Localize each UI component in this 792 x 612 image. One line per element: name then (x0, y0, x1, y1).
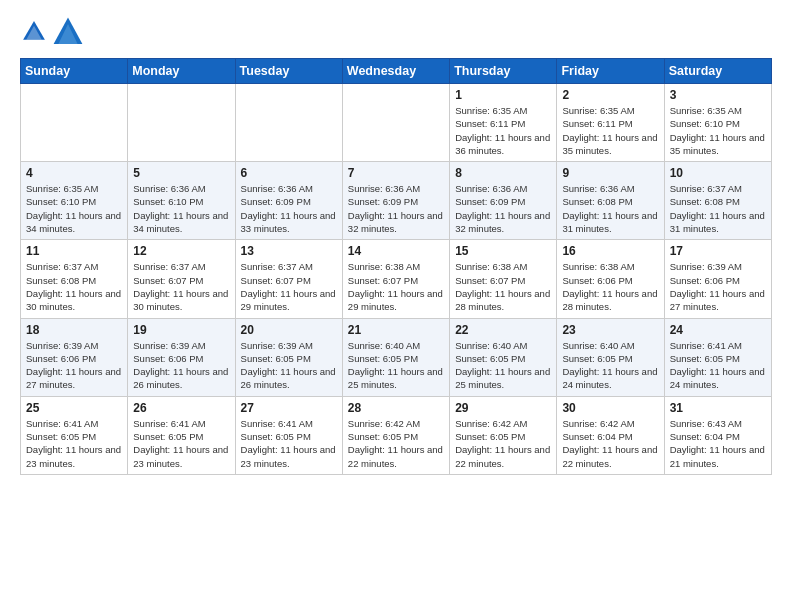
day-number: 3 (670, 88, 766, 102)
calendar-cell: 5Sunrise: 6:36 AM Sunset: 6:10 PM Daylig… (128, 162, 235, 240)
calendar-cell: 6Sunrise: 6:36 AM Sunset: 6:09 PM Daylig… (235, 162, 342, 240)
day-info: Sunrise: 6:42 AM Sunset: 6:05 PM Dayligh… (455, 417, 551, 470)
calendar-cell: 25Sunrise: 6:41 AM Sunset: 6:05 PM Dayli… (21, 396, 128, 474)
day-info: Sunrise: 6:40 AM Sunset: 6:05 PM Dayligh… (348, 339, 444, 392)
calendar-cell (342, 84, 449, 162)
day-number: 28 (348, 401, 444, 415)
calendar-cell: 3Sunrise: 6:35 AM Sunset: 6:10 PM Daylig… (664, 84, 771, 162)
day-number: 22 (455, 323, 551, 337)
day-number: 25 (26, 401, 122, 415)
calendar-cell: 21Sunrise: 6:40 AM Sunset: 6:05 PM Dayli… (342, 318, 449, 396)
weekday-sunday: Sunday (21, 59, 128, 84)
day-info: Sunrise: 6:35 AM Sunset: 6:10 PM Dayligh… (26, 182, 122, 235)
logo-icon (20, 18, 48, 46)
day-number: 20 (241, 323, 337, 337)
day-info: Sunrise: 6:41 AM Sunset: 6:05 PM Dayligh… (241, 417, 337, 470)
day-number: 6 (241, 166, 337, 180)
day-info: Sunrise: 6:35 AM Sunset: 6:10 PM Dayligh… (670, 104, 766, 157)
day-number: 29 (455, 401, 551, 415)
calendar-cell: 17Sunrise: 6:39 AM Sunset: 6:06 PM Dayli… (664, 240, 771, 318)
day-info: Sunrise: 6:37 AM Sunset: 6:07 PM Dayligh… (133, 260, 229, 313)
day-info: Sunrise: 6:41 AM Sunset: 6:05 PM Dayligh… (670, 339, 766, 392)
day-info: Sunrise: 6:37 AM Sunset: 6:07 PM Dayligh… (241, 260, 337, 313)
calendar-cell: 11Sunrise: 6:37 AM Sunset: 6:08 PM Dayli… (21, 240, 128, 318)
calendar-cell: 19Sunrise: 6:39 AM Sunset: 6:06 PM Dayli… (128, 318, 235, 396)
day-info: Sunrise: 6:37 AM Sunset: 6:08 PM Dayligh… (26, 260, 122, 313)
day-number: 12 (133, 244, 229, 258)
day-info: Sunrise: 6:42 AM Sunset: 6:05 PM Dayligh… (348, 417, 444, 470)
day-info: Sunrise: 6:36 AM Sunset: 6:09 PM Dayligh… (241, 182, 337, 235)
calendar-cell: 30Sunrise: 6:42 AM Sunset: 6:04 PM Dayli… (557, 396, 664, 474)
calendar-week-2: 4Sunrise: 6:35 AM Sunset: 6:10 PM Daylig… (21, 162, 772, 240)
weekday-header-row: SundayMondayTuesdayWednesdayThursdayFrid… (21, 59, 772, 84)
calendar-week-3: 11Sunrise: 6:37 AM Sunset: 6:08 PM Dayli… (21, 240, 772, 318)
calendar-cell: 14Sunrise: 6:38 AM Sunset: 6:07 PM Dayli… (342, 240, 449, 318)
day-number: 21 (348, 323, 444, 337)
calendar-cell: 28Sunrise: 6:42 AM Sunset: 6:05 PM Dayli… (342, 396, 449, 474)
day-number: 7 (348, 166, 444, 180)
calendar-cell: 13Sunrise: 6:37 AM Sunset: 6:07 PM Dayli… (235, 240, 342, 318)
day-info: Sunrise: 6:35 AM Sunset: 6:11 PM Dayligh… (562, 104, 658, 157)
day-info: Sunrise: 6:39 AM Sunset: 6:06 PM Dayligh… (133, 339, 229, 392)
day-number: 4 (26, 166, 122, 180)
day-info: Sunrise: 6:36 AM Sunset: 6:10 PM Dayligh… (133, 182, 229, 235)
day-info: Sunrise: 6:39 AM Sunset: 6:05 PM Dayligh… (241, 339, 337, 392)
calendar-cell: 9Sunrise: 6:36 AM Sunset: 6:08 PM Daylig… (557, 162, 664, 240)
header (20, 16, 772, 48)
logo-triangle-icon (52, 16, 84, 48)
calendar-week-4: 18Sunrise: 6:39 AM Sunset: 6:06 PM Dayli… (21, 318, 772, 396)
day-number: 5 (133, 166, 229, 180)
day-info: Sunrise: 6:37 AM Sunset: 6:08 PM Dayligh… (670, 182, 766, 235)
calendar-cell (235, 84, 342, 162)
calendar-cell: 1Sunrise: 6:35 AM Sunset: 6:11 PM Daylig… (450, 84, 557, 162)
day-number: 17 (670, 244, 766, 258)
weekday-wednesday: Wednesday (342, 59, 449, 84)
calendar-cell: 23Sunrise: 6:40 AM Sunset: 6:05 PM Dayli… (557, 318, 664, 396)
day-number: 14 (348, 244, 444, 258)
day-number: 8 (455, 166, 551, 180)
day-info: Sunrise: 6:41 AM Sunset: 6:05 PM Dayligh… (26, 417, 122, 470)
day-number: 30 (562, 401, 658, 415)
day-number: 24 (670, 323, 766, 337)
calendar-cell: 7Sunrise: 6:36 AM Sunset: 6:09 PM Daylig… (342, 162, 449, 240)
day-number: 9 (562, 166, 658, 180)
day-info: Sunrise: 6:38 AM Sunset: 6:07 PM Dayligh… (348, 260, 444, 313)
calendar-cell: 10Sunrise: 6:37 AM Sunset: 6:08 PM Dayli… (664, 162, 771, 240)
day-info: Sunrise: 6:36 AM Sunset: 6:09 PM Dayligh… (455, 182, 551, 235)
calendar-cell: 12Sunrise: 6:37 AM Sunset: 6:07 PM Dayli… (128, 240, 235, 318)
day-info: Sunrise: 6:41 AM Sunset: 6:05 PM Dayligh… (133, 417, 229, 470)
calendar-week-5: 25Sunrise: 6:41 AM Sunset: 6:05 PM Dayli… (21, 396, 772, 474)
day-number: 16 (562, 244, 658, 258)
day-info: Sunrise: 6:43 AM Sunset: 6:04 PM Dayligh… (670, 417, 766, 470)
day-info: Sunrise: 6:38 AM Sunset: 6:06 PM Dayligh… (562, 260, 658, 313)
day-info: Sunrise: 6:40 AM Sunset: 6:05 PM Dayligh… (562, 339, 658, 392)
day-number: 13 (241, 244, 337, 258)
calendar-cell: 15Sunrise: 6:38 AM Sunset: 6:07 PM Dayli… (450, 240, 557, 318)
day-number: 1 (455, 88, 551, 102)
day-info: Sunrise: 6:36 AM Sunset: 6:09 PM Dayligh… (348, 182, 444, 235)
day-number: 26 (133, 401, 229, 415)
day-number: 23 (562, 323, 658, 337)
calendar-cell: 2Sunrise: 6:35 AM Sunset: 6:11 PM Daylig… (557, 84, 664, 162)
calendar-cell: 8Sunrise: 6:36 AM Sunset: 6:09 PM Daylig… (450, 162, 557, 240)
calendar-cell: 26Sunrise: 6:41 AM Sunset: 6:05 PM Dayli… (128, 396, 235, 474)
calendar-cell: 27Sunrise: 6:41 AM Sunset: 6:05 PM Dayli… (235, 396, 342, 474)
weekday-thursday: Thursday (450, 59, 557, 84)
calendar-cell: 24Sunrise: 6:41 AM Sunset: 6:05 PM Dayli… (664, 318, 771, 396)
calendar-cell: 16Sunrise: 6:38 AM Sunset: 6:06 PM Dayli… (557, 240, 664, 318)
day-info: Sunrise: 6:38 AM Sunset: 6:07 PM Dayligh… (455, 260, 551, 313)
calendar: SundayMondayTuesdayWednesdayThursdayFrid… (20, 58, 772, 475)
calendar-cell: 29Sunrise: 6:42 AM Sunset: 6:05 PM Dayli… (450, 396, 557, 474)
day-info: Sunrise: 6:39 AM Sunset: 6:06 PM Dayligh… (670, 260, 766, 313)
day-number: 19 (133, 323, 229, 337)
calendar-cell (21, 84, 128, 162)
calendar-cell (128, 84, 235, 162)
weekday-saturday: Saturday (664, 59, 771, 84)
calendar-cell: 31Sunrise: 6:43 AM Sunset: 6:04 PM Dayli… (664, 396, 771, 474)
calendar-cell: 20Sunrise: 6:39 AM Sunset: 6:05 PM Dayli… (235, 318, 342, 396)
day-number: 31 (670, 401, 766, 415)
weekday-tuesday: Tuesday (235, 59, 342, 84)
day-info: Sunrise: 6:36 AM Sunset: 6:08 PM Dayligh… (562, 182, 658, 235)
calendar-cell: 4Sunrise: 6:35 AM Sunset: 6:10 PM Daylig… (21, 162, 128, 240)
page: SundayMondayTuesdayWednesdayThursdayFrid… (0, 0, 792, 612)
